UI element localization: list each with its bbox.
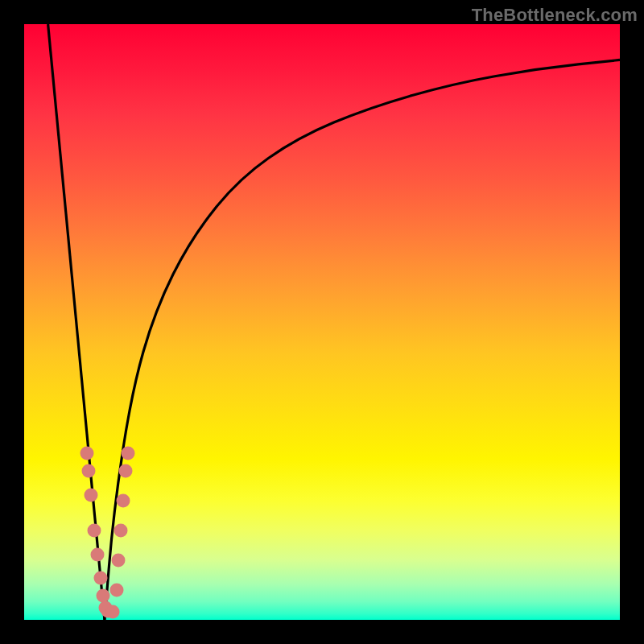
data-point <box>80 446 93 460</box>
data-point <box>116 494 130 508</box>
data-point <box>118 464 132 478</box>
chart-canvas: TheBottleneck.com <box>0 0 644 644</box>
data-point <box>81 464 95 478</box>
data-point <box>121 446 134 460</box>
data-point <box>114 524 127 538</box>
plot-area <box>24 24 620 620</box>
data-point <box>105 605 119 619</box>
watermark-text: TheBottleneck.com <box>472 5 638 26</box>
data-point <box>84 488 97 502</box>
data-point <box>88 524 101 538</box>
right-rising-curve <box>105 60 620 620</box>
data-point <box>111 554 125 568</box>
data-point <box>91 547 105 561</box>
data-point <box>93 572 107 585</box>
data-point <box>109 584 123 597</box>
